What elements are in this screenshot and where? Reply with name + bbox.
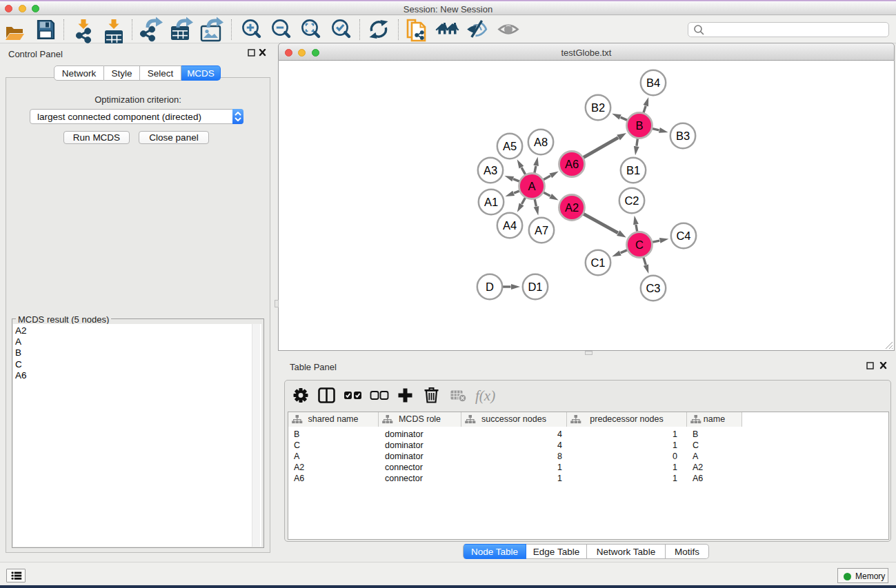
svg-text:A6: A6 xyxy=(565,158,579,170)
svg-text:A7: A7 xyxy=(535,224,548,236)
svg-text:A3: A3 xyxy=(484,164,497,176)
svg-text:C2: C2 xyxy=(624,194,639,207)
svg-text:B2: B2 xyxy=(591,101,605,114)
svg-text:D: D xyxy=(486,281,494,293)
svg-text:C4: C4 xyxy=(676,230,690,242)
svg-text:D1: D1 xyxy=(528,281,542,293)
svg-text:B3: B3 xyxy=(676,130,690,142)
svg-text:C1: C1 xyxy=(590,256,605,269)
svg-text:A4: A4 xyxy=(503,219,517,232)
svg-text:B4: B4 xyxy=(646,77,660,89)
svg-text:B: B xyxy=(635,119,643,132)
svg-text:A2: A2 xyxy=(565,201,579,214)
svg-text:A: A xyxy=(528,180,535,192)
svg-text:A5: A5 xyxy=(503,140,517,152)
svg-text:f(x): f(x) xyxy=(475,387,495,404)
svg-text:B1: B1 xyxy=(626,164,640,176)
svg-text:A8: A8 xyxy=(534,136,548,148)
svg-text:A1: A1 xyxy=(484,196,498,208)
svg-text:C3: C3 xyxy=(646,282,660,294)
svg-text:C: C xyxy=(635,239,644,251)
